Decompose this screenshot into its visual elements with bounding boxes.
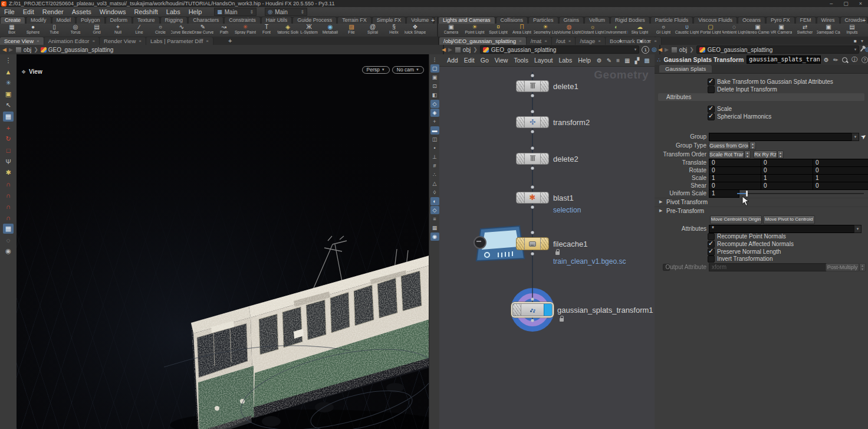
shelf-tab[interactable]: Hair Utils [261, 17, 292, 24]
viewport-toolbar-button[interactable]: ◇ [430, 206, 439, 214]
uniform-scale-input[interactable]: 1 [709, 189, 739, 198]
toolbar-button[interactable]: ∩ [3, 179, 14, 189]
node-flag-left[interactable] [517, 238, 525, 250]
output-attribute-input[interactable]: xform [709, 263, 828, 271]
path-dropdown-icon[interactable]: ▾ [854, 47, 857, 52]
folder-tab-gaussian-splats[interactable]: Gaussian Splats [659, 65, 712, 73]
shelf-tool[interactable]: ◍ Volume Light [557, 24, 581, 34]
toolbar-button[interactable]: ✳ [3, 78, 14, 88]
shelf-tool[interactable]: ▦ Box [1, 24, 22, 34]
shelf-tab[interactable]: Rigid Bodies [610, 17, 650, 24]
node-flag-left[interactable] [517, 192, 525, 203]
pane-tab[interactable]: Animation Editor × [44, 37, 100, 45]
rotate-x-input[interactable]: 0 [709, 166, 764, 175]
toolbar-button[interactable]: ▲ [3, 67, 14, 77]
shelf-tab[interactable]: Oceans [738, 17, 765, 24]
shear-z-input[interactable]: 0 [813, 182, 868, 190]
close-button[interactable]: × [859, 1, 862, 6]
shelf-tab[interactable]: Constraints [224, 17, 261, 24]
shelf-tool[interactable]: Ж L-System [298, 24, 320, 34]
translate-z-input[interactable]: 0 [813, 159, 868, 167]
shelf-tool[interactable]: ⇄ Switcher [793, 24, 817, 34]
shelf-tab[interactable]: Model [52, 17, 76, 24]
gear-menu-icon[interactable]: ⚙ [824, 57, 829, 63]
shelf-tool[interactable]: ◎ Torus [65, 24, 86, 34]
network-graph[interactable]: Geometry [439, 54, 655, 429]
shelf-tool[interactable]: ● Sphere [22, 24, 44, 34]
viewport-toolbar-button[interactable]: ⊥ [430, 153, 439, 161]
shelf-tab[interactable]: Redshift [434, 17, 437, 24]
shelf-tab[interactable]: Vellum [584, 17, 610, 24]
shelf-tool[interactable]: ▨ File [341, 24, 362, 34]
shelf-tab[interactable]: Pyro FX [766, 17, 795, 24]
search-parameters-icon[interactable] [842, 57, 847, 63]
shelf-tab[interactable]: Collisions [496, 17, 528, 24]
link-badge[interactable]: 1 [642, 46, 649, 54]
viewport-toolbar-button[interactable]: ▦ [430, 224, 439, 232]
shelf-tool[interactable]: ☀ Point Light [463, 24, 486, 34]
minimize-button[interactable]: – [830, 1, 833, 6]
shelf-tool[interactable]: ◉ Metaball [320, 24, 341, 34]
shelf-tool[interactable]: § Helix [383, 24, 405, 34]
toolbar-button[interactable]: Ψ [3, 156, 14, 166]
scale-z-input[interactable]: 1 [813, 174, 868, 182]
shelf-tab[interactable]: Wires [817, 17, 840, 24]
shelf-tab[interactable]: Particle Fluids [650, 17, 693, 24]
shelf-tab[interactable]: Modify [26, 17, 51, 24]
close-tab-icon[interactable]: × [598, 37, 601, 45]
toolbar-button[interactable]: ◌ [3, 235, 14, 245]
viewport-toolbar-button[interactable]: ≡ [430, 215, 439, 223]
node-delete1[interactable] [516, 80, 549, 92]
output-attribute-mode-dropdown[interactable]: Post-Multiply [826, 263, 859, 271]
back-arrow-icon[interactable]: ◀ [2, 45, 6, 54]
close-tab-icon[interactable]: × [206, 37, 209, 45]
viewport-toolbar-button[interactable]: ◈ [430, 109, 439, 117]
node-gaussian-splats-transform1[interactable] [512, 303, 553, 316]
shelf-tab[interactable]: Deform [106, 17, 133, 24]
spinner-icon[interactable]: ▴▾ [744, 150, 751, 159]
node-flag-left[interactable] [517, 117, 525, 127]
viewport-toolbar-button[interactable]: + [430, 117, 439, 126]
pane-tab[interactable]: /obj/GEO_gaussian_splatting × [439, 37, 527, 45]
toolbar-button[interactable]: ↖ [3, 100, 14, 110]
toolbar-button[interactable]: ◉ [3, 246, 14, 256]
shear-x-input[interactable]: 0 [709, 182, 764, 190]
info-icon[interactable]: ⓘ [851, 55, 857, 64]
viewport-toolbar-button[interactable]: # [430, 162, 439, 170]
attributes-input[interactable]: * [709, 225, 859, 233]
node-flag-right[interactable] [540, 153, 548, 164]
shelf-tool[interactable]: ∿ Curve Bezier [171, 24, 192, 34]
shelf-tab[interactable]: Terrain FX [337, 17, 371, 24]
spinner-icon[interactable]: ▴▾ [749, 142, 756, 150]
shelf-tool[interactable]: ▯ Tube [44, 24, 65, 34]
viewport-toolbar-button[interactable]: ⊡ [430, 82, 439, 90]
menu-item[interactable]: Render [38, 8, 68, 15]
shelf-tool[interactable]: ▤ Grid [86, 24, 107, 34]
pane-tab[interactable]: /stage × [576, 37, 606, 45]
camera-selector[interactable]: No cam ▼ [392, 66, 424, 74]
back-arrow-icon[interactable]: ◀ [658, 45, 662, 54]
shelf-tool[interactable]: ❖ Quick Shapes [405, 24, 426, 34]
forward-arrow-icon[interactable]: ▶ [665, 45, 669, 54]
add-pane-tab-button[interactable]: + [224, 37, 236, 45]
pane-tab[interactable]: /out × [552, 37, 576, 45]
group-pick-arrow-icon[interactable]: ➤ [859, 132, 868, 142]
node-flag-right[interactable] [540, 192, 548, 203]
rotate-order-dropdown[interactable]: Rx Ry Rz [754, 150, 777, 159]
toolbar-button[interactable]: ✱ [3, 168, 14, 178]
pane-tab[interactable]: Labs | Parameter Diff × [146, 37, 213, 45]
shelf-tool[interactable]: ☁ Sky Light [628, 24, 652, 34]
back-arrow-icon[interactable]: ◀ [442, 45, 446, 54]
uniform-scale-slider[interactable] [737, 193, 864, 194]
viewport-toolbar-button[interactable]: ∴ [430, 171, 439, 179]
viewport-toolbar-button[interactable]: ▬ [430, 126, 439, 135]
collapsed-pre-transform[interactable]: ▶ Pre-Transform [655, 207, 868, 215]
section-attributes[interactable]: Attributes [658, 93, 864, 101]
shelf-tab[interactable]: Simple FX [372, 17, 406, 24]
shelf-tool[interactable]: ∕ Line [129, 24, 150, 34]
node-transform2[interactable]: ✣ [516, 116, 549, 128]
node-name-field[interactable]: gaussian_splats_transform1 [747, 55, 820, 64]
toolbar-button[interactable]: ⋮ [3, 55, 14, 66]
shelf-tab[interactable]: Characters [188, 17, 223, 24]
toolbar-button[interactable]: ▦ [3, 112, 14, 122]
